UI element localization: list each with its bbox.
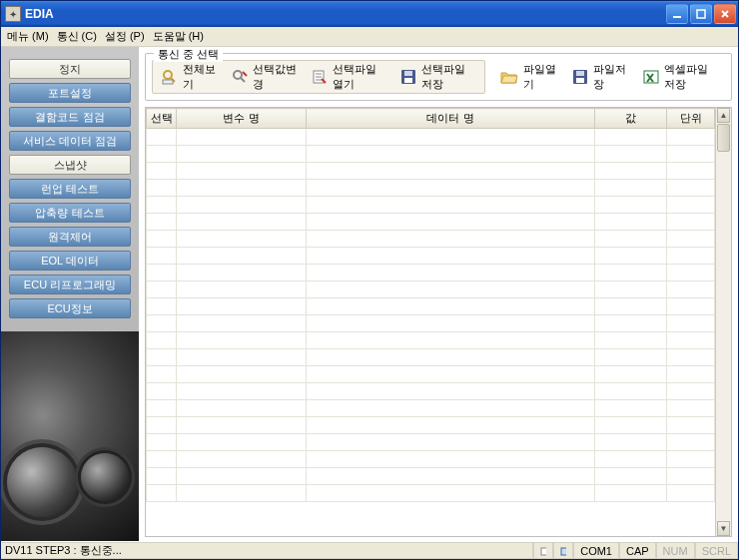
table-row[interactable]: [147, 129, 715, 146]
engine-image: [1, 331, 139, 541]
scroll-down-arrow[interactable]: ▼: [717, 521, 730, 536]
sidebar-item-stop[interactable]: 정지: [9, 59, 131, 79]
folder-open-icon: [499, 67, 519, 87]
toolbar-group: 통신 중 선택 전체보기 선택값변경 선택파일열기: [145, 53, 732, 101]
btn-save-selection[interactable]: 선택파일저장: [393, 63, 482, 91]
sidebar-item-servicedata[interactable]: 서비스 데이터 점검: [9, 131, 131, 151]
search-icon: [161, 67, 179, 87]
table-row[interactable]: [147, 298, 715, 315]
vertical-scrollbar[interactable]: ▲ ▼: [715, 108, 731, 536]
col-value[interactable]: 값: [595, 109, 667, 129]
btn-label: 선택값변경: [253, 62, 299, 92]
svg-rect-0: [673, 16, 681, 18]
table-row[interactable]: [147, 417, 715, 434]
col-dataname[interactable]: 데이터 명: [307, 109, 595, 129]
btn-file-open[interactable]: 파일열기: [493, 63, 563, 91]
menu-item[interactable]: 도움말 (H): [153, 29, 204, 44]
save-icon: [399, 67, 417, 87]
statusbar: DV11 STEP3 : 통신중... COM1 CAP NUM SCRL: [1, 541, 738, 559]
status-icon: [553, 542, 573, 559]
svg-rect-1: [697, 10, 705, 18]
file-open-icon: [311, 67, 329, 87]
table-row[interactable]: [147, 197, 715, 214]
btn-save-excel[interactable]: 엑셀파일저장: [636, 63, 725, 91]
group-label: 통신 중 선택: [154, 47, 223, 62]
status-text: DV11 STEP3 : 통신중...: [1, 542, 533, 559]
status-cap: CAP: [619, 542, 656, 559]
sidebar-item-eol[interactable]: EOL 데이터: [9, 251, 131, 271]
svg-rect-11: [576, 78, 584, 83]
table-row[interactable]: [147, 163, 715, 180]
table-row[interactable]: [147, 248, 715, 265]
maximize-button[interactable]: [690, 4, 712, 24]
btn-view-all[interactable]: 전체보기: [155, 63, 225, 91]
table-row[interactable]: [147, 485, 715, 502]
table-row[interactable]: [147, 265, 715, 281]
save-icon: [571, 67, 589, 87]
app-icon: ✦: [5, 6, 21, 22]
svg-rect-13: [541, 548, 546, 555]
table-row[interactable]: [147, 434, 715, 451]
btn-label: 선택파일저장: [421, 62, 476, 92]
svg-rect-8: [404, 78, 412, 83]
menubar: 메뉴 (M) 통신 (C) 설정 (P) 도움말 (H): [1, 27, 738, 47]
menu-item[interactable]: 통신 (C): [57, 29, 97, 44]
table-row[interactable]: [147, 180, 715, 197]
scroll-thumb[interactable]: [717, 124, 730, 152]
svg-rect-14: [561, 548, 566, 555]
sidebar-item-snapshot[interactable]: 스냅샷: [9, 155, 131, 175]
col-select[interactable]: 선택: [147, 109, 177, 129]
btn-label: 선택파일열기: [333, 62, 387, 92]
btn-open-selection[interactable]: 선택파일열기: [305, 63, 393, 91]
btn-label: 전체보기: [183, 62, 219, 92]
table-row[interactable]: [147, 366, 715, 383]
status-icon: [533, 542, 553, 559]
sidebar: 정지 포트설정 결함코드 점검 서비스 데이터 점검 스냅샷 런업 테스트 압축…: [1, 47, 139, 541]
svg-rect-10: [576, 71, 584, 76]
svg-rect-7: [404, 71, 412, 76]
btn-label: 파일저장: [593, 62, 629, 92]
table-row[interactable]: [147, 231, 715, 248]
sidebar-item-remote[interactable]: 원격제어: [9, 227, 131, 247]
sidebar-item-compression[interactable]: 압축량 테스트: [9, 203, 131, 223]
scroll-up-arrow[interactable]: ▲: [717, 108, 730, 123]
table-row[interactable]: [147, 400, 715, 417]
table-row[interactable]: [147, 383, 715, 400]
btn-label: 파일열기: [523, 62, 557, 92]
close-button[interactable]: [714, 4, 736, 24]
col-unit[interactable]: 단위: [667, 109, 715, 129]
menu-item[interactable]: 메뉴 (M): [7, 29, 49, 44]
table-row[interactable]: [147, 349, 715, 366]
window-title: EDIA: [25, 7, 666, 21]
menu-item[interactable]: 설정 (P): [105, 29, 145, 44]
table-row[interactable]: [147, 468, 715, 485]
excel-icon: [642, 67, 660, 87]
table-row[interactable]: [147, 315, 715, 332]
btn-file-save[interactable]: 파일저장: [565, 63, 635, 91]
btn-label: 엑셀파일저장: [664, 62, 719, 92]
sidebar-item-ecu-reprog[interactable]: ECU 리프로그래밍: [9, 275, 131, 294]
edit-icon: [231, 67, 249, 87]
titlebar: ✦ EDIA: [1, 1, 738, 27]
sidebar-item-port[interactable]: 포트설정: [9, 83, 131, 103]
table-row[interactable]: [147, 214, 715, 231]
status-scrl: SCRL: [695, 542, 738, 559]
svg-rect-3: [163, 80, 173, 84]
svg-point-4: [234, 71, 242, 79]
table-row[interactable]: [147, 332, 715, 349]
status-com: COM1: [573, 542, 619, 559]
svg-point-2: [164, 71, 172, 79]
sidebar-item-faultcode[interactable]: 결함코드 점검: [9, 107, 131, 127]
status-num: NUM: [656, 542, 695, 559]
table-row[interactable]: [147, 281, 715, 298]
col-varname[interactable]: 변수 명: [177, 109, 307, 129]
sidebar-item-runup[interactable]: 런업 테스트: [9, 179, 131, 199]
sidebar-item-ecu-info[interactable]: ECU정보: [9, 298, 131, 318]
data-table: 선택 변수 명 데이터 명 값 단위 ▲ ▼: [145, 107, 732, 537]
table-row[interactable]: [147, 146, 715, 163]
minimize-button[interactable]: [666, 4, 688, 24]
btn-change-value[interactable]: 선택값변경: [225, 63, 305, 91]
table-row[interactable]: [147, 451, 715, 468]
